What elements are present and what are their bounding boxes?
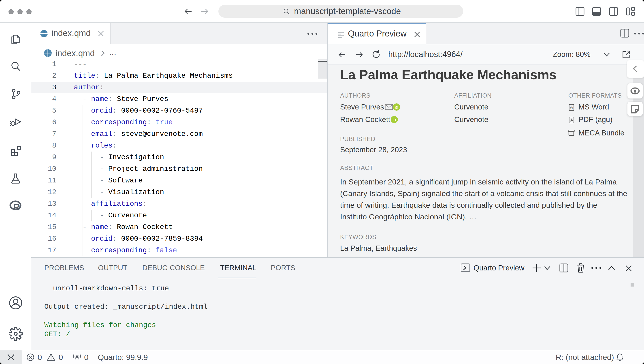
svg-text:iD: iD — [395, 105, 398, 109]
svg-text:W: W — [570, 106, 573, 110]
svg-text:R: R — [13, 202, 20, 212]
svg-text:iD: iD — [393, 118, 396, 122]
